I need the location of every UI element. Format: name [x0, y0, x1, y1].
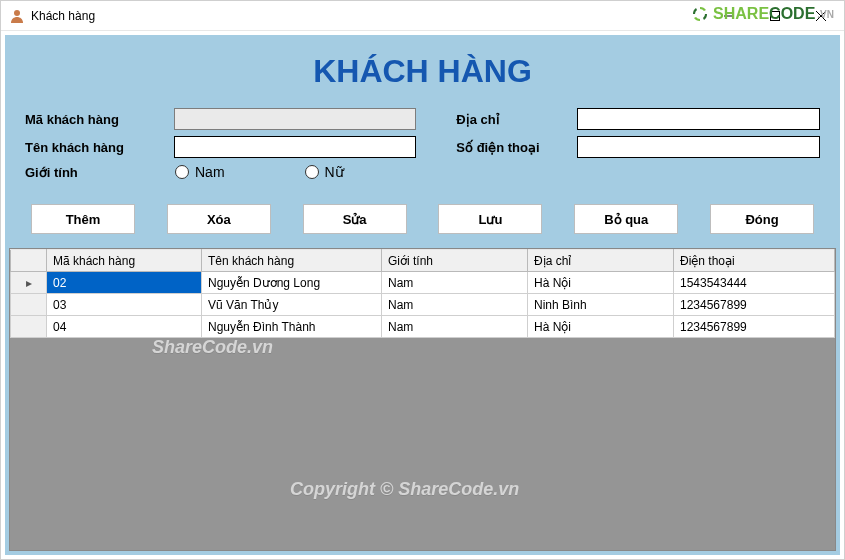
watermark: ShareCode.vn	[152, 337, 273, 358]
table-row[interactable]: ▸02Nguyễn Dương LongNamHà Nội1543543444	[11, 272, 835, 294]
col-address[interactable]: Địa chỉ	[528, 250, 674, 272]
grid-header-row: Mã khách hàng Tên khách hàng Giới tính Đ…	[11, 250, 835, 272]
address-label: Địa chỉ	[456, 112, 577, 127]
recycle-icon	[691, 5, 709, 23]
cell-address[interactable]: Hà Nội	[528, 272, 674, 294]
content-panel: KHÁCH HÀNG Mã khách hàng Địa chỉ Tên khá…	[5, 35, 840, 555]
cell-name[interactable]: Vũ Văn Thủy	[202, 294, 382, 316]
sharecode-logo: SHARECODE.VN	[691, 5, 834, 23]
save-button[interactable]: Lưu	[438, 204, 542, 234]
page-title: KHÁCH HÀNG	[5, 35, 840, 98]
col-phone[interactable]: Điện thoại	[674, 250, 835, 272]
gender-label: Giới tính	[25, 165, 175, 180]
row-indicator	[11, 316, 47, 338]
phone-field[interactable]	[577, 136, 820, 158]
gender-male-label: Nam	[195, 164, 225, 180]
gender-male-radio[interactable]: Nam	[175, 164, 225, 180]
cell-id[interactable]: 04	[47, 316, 202, 338]
cell-name[interactable]: Nguyễn Đình Thành	[202, 316, 382, 338]
col-id[interactable]: Mã khách hàng	[47, 250, 202, 272]
phone-label: Số điện thoại	[456, 140, 577, 155]
svg-point-0	[14, 10, 20, 16]
watermark: Copyright © ShareCode.vn	[290, 479, 519, 500]
close-form-button[interactable]: Đóng	[710, 204, 814, 234]
table-row[interactable]: 04Nguyễn Đình ThànhNamHà Nội1234567899	[11, 316, 835, 338]
table-row[interactable]: 03Vũ Văn ThủyNamNinh Bình1234567899	[11, 294, 835, 316]
cell-phone[interactable]: 1543543444	[674, 272, 835, 294]
app-window: Khách hàng SHARECODE.VN KHÁCH HÀNG Mã kh…	[0, 0, 845, 560]
cell-gender[interactable]: Nam	[382, 294, 528, 316]
name-label: Tên khách hàng	[25, 140, 174, 155]
cell-phone[interactable]: 1234567899	[674, 316, 835, 338]
cell-gender[interactable]: Nam	[382, 272, 528, 294]
cell-id[interactable]: 02	[47, 272, 202, 294]
col-name[interactable]: Tên khách hàng	[202, 250, 382, 272]
cell-gender[interactable]: Nam	[382, 316, 528, 338]
gender-radio-group: Nam Nữ	[175, 164, 424, 180]
cell-name[interactable]: Nguyễn Dương Long	[202, 272, 382, 294]
gender-female-label: Nữ	[325, 164, 344, 180]
col-gender[interactable]: Giới tính	[382, 250, 528, 272]
form-area: Mã khách hàng Địa chỉ Tên khách hàng Số …	[5, 98, 840, 190]
cell-address[interactable]: Ninh Bình	[528, 294, 674, 316]
delete-button[interactable]: Xóa	[167, 204, 271, 234]
id-field[interactable]	[174, 108, 417, 130]
skip-button[interactable]: Bỏ qua	[574, 204, 678, 234]
button-row: Thêm Xóa Sửa Lưu Bỏ qua Đóng	[5, 190, 840, 248]
name-field[interactable]	[174, 136, 417, 158]
window-title: Khách hàng	[31, 9, 95, 23]
app-icon	[9, 8, 25, 24]
titlebar: Khách hàng SHARECODE.VN	[1, 1, 844, 31]
cell-phone[interactable]: 1234567899	[674, 294, 835, 316]
row-indicator	[11, 294, 47, 316]
radio-icon	[175, 165, 189, 179]
radio-icon	[305, 165, 319, 179]
id-label: Mã khách hàng	[25, 112, 174, 127]
address-field[interactable]	[577, 108, 820, 130]
gender-female-radio[interactable]: Nữ	[305, 164, 344, 180]
row-indicator: ▸	[11, 272, 47, 294]
grid-corner	[11, 250, 47, 272]
edit-button[interactable]: Sửa	[303, 204, 407, 234]
cell-address[interactable]: Hà Nội	[528, 316, 674, 338]
data-grid[interactable]: Mã khách hàng Tên khách hàng Giới tính Đ…	[9, 248, 836, 551]
cell-id[interactable]: 03	[47, 294, 202, 316]
add-button[interactable]: Thêm	[31, 204, 135, 234]
